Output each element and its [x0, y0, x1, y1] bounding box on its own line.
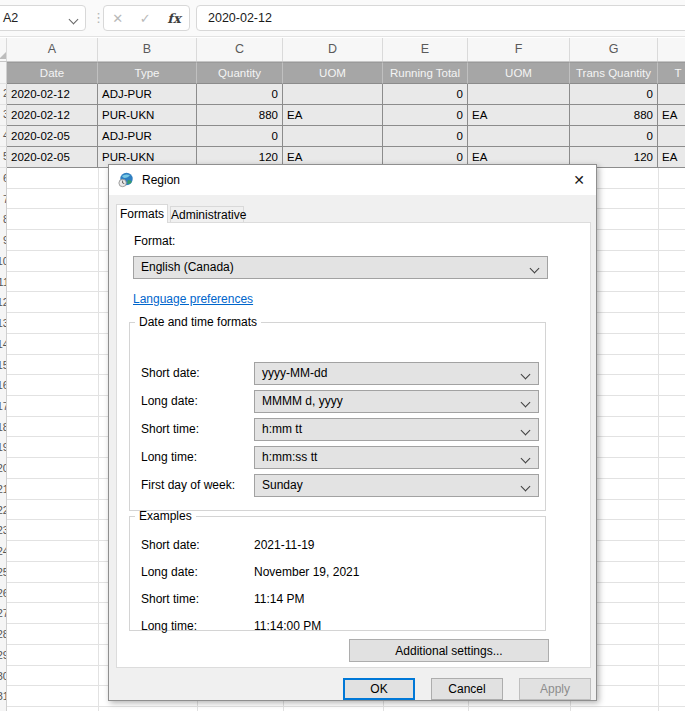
row-number[interactable]: 22 [0, 504, 7, 516]
row-number[interactable]: 9 [0, 234, 7, 246]
row-number[interactable]: 14 [0, 338, 7, 350]
cell[interactable]: 2020-02-05 [7, 147, 98, 168]
row-number[interactable]: 13 [0, 317, 7, 329]
empty-row-headers: 6789101112131415161718192021222324252627… [0, 168, 7, 711]
row-header-2[interactable]: 2 [0, 84, 7, 105]
tab-formats[interactable]: Formats [116, 204, 168, 223]
row-number[interactable]: 11 [0, 276, 7, 288]
cell[interactable]: 2020-02-12 [7, 105, 98, 126]
row-number[interactable]: 20 [0, 462, 7, 474]
cell[interactable]: 880 [570, 105, 658, 126]
row-number[interactable]: 21 [0, 483, 7, 495]
column-header-b[interactable]: B [98, 38, 197, 62]
header-cell[interactable]: Quantity [197, 62, 283, 84]
cell[interactable] [658, 126, 685, 147]
cancel-entry-icon[interactable]: ✕ [112, 11, 123, 26]
cell[interactable] [468, 126, 570, 147]
ok-button[interactable]: OK [343, 678, 415, 700]
row-number[interactable]: 30 [0, 670, 7, 682]
row-number[interactable]: 6 [0, 172, 7, 184]
apply-button[interactable]: Apply [519, 678, 591, 700]
insert-function-icon[interactable]: fx [167, 11, 180, 26]
format-select[interactable]: English (Canada) [133, 256, 548, 279]
formula-input[interactable]: 2020-02-12 [196, 5, 685, 31]
additional-settings-button[interactable]: Additional settings... [349, 639, 549, 662]
column-header-a[interactable]: A [7, 38, 98, 62]
cell[interactable]: 0 [383, 84, 468, 105]
cell[interactable] [468, 84, 570, 105]
name-box[interactable]: A2 [0, 5, 86, 31]
row-number[interactable]: 16 [0, 379, 7, 391]
first-day-of-week-select[interactable]: Sunday [254, 474, 539, 497]
cell[interactable]: 0 [383, 126, 468, 147]
cell[interactable]: ADJ-PUR [98, 126, 197, 147]
column-header-f[interactable]: F [468, 38, 570, 62]
row-number[interactable]: 27 [0, 607, 7, 619]
row-header-5[interactable]: 5 [0, 147, 7, 168]
dialog-titlebar[interactable]: Region ✕ [109, 165, 596, 195]
row-number[interactable]: 26 [0, 587, 7, 599]
cell[interactable] [658, 84, 685, 105]
cell[interactable]: EA [283, 105, 383, 126]
row-number: 3 [0, 108, 7, 120]
tab-administrative[interactable]: Administrative [170, 206, 244, 222]
table-row: 3 2020-02-12 PUR-UKN 880 EA 0 EA 880 EA [0, 105, 685, 126]
row-number[interactable]: 10 [0, 255, 7, 267]
cell[interactable] [283, 84, 383, 105]
row-number[interactable]: 31 [0, 690, 7, 702]
row-number[interactable]: 15 [0, 359, 7, 371]
cell[interactable]: 880 [197, 105, 283, 126]
header-cell[interactable]: Trans Quantity [570, 62, 658, 84]
row-number: 5 [0, 150, 7, 162]
row-number[interactable]: 17 [0, 400, 7, 412]
close-icon[interactable]: ✕ [562, 165, 596, 195]
cell[interactable]: 0 [570, 126, 658, 147]
cell[interactable]: 0 [570, 84, 658, 105]
select-all-corner[interactable] [0, 38, 7, 62]
cell[interactable]: EA [468, 105, 570, 126]
row-header-1[interactable] [0, 62, 7, 84]
cell[interactable] [283, 126, 383, 147]
cell[interactable]: PUR-UKN [98, 105, 197, 126]
cell[interactable]: 2020-02-05 [7, 126, 98, 147]
example-long-time-value: 11:14:00 PM [254, 619, 321, 633]
chevron-down-icon[interactable] [69, 15, 79, 25]
row-number[interactable]: 28 [0, 628, 7, 640]
cell[interactable]: 2020-02-12 [7, 84, 98, 105]
cell[interactable]: 0 [197, 84, 283, 105]
row-number[interactable]: 12 [0, 296, 7, 308]
header-cell[interactable]: T [658, 62, 685, 84]
short-date-select[interactable]: yyyy-MM-dd [254, 362, 539, 385]
row-number[interactable]: 8 [0, 213, 7, 225]
header-cell[interactable]: UOM [468, 62, 570, 84]
column-header-e[interactable]: E [383, 38, 468, 62]
long-date-select[interactable]: MMMM d, yyyy [254, 390, 539, 413]
cell[interactable]: EA [658, 147, 685, 168]
row-header-3[interactable]: 3 [0, 105, 7, 126]
cell[interactable]: ADJ-PUR [98, 84, 197, 105]
column-header-c[interactable]: C [197, 38, 283, 62]
language-preferences-link[interactable]: Language preferences [133, 292, 253, 306]
column-header-d[interactable]: D [283, 38, 383, 62]
header-cell[interactable]: Type [98, 62, 197, 84]
row-number[interactable]: 23 [0, 524, 7, 536]
short-time-select[interactable]: h:mm tt [254, 418, 539, 441]
row-number[interactable]: 18 [0, 421, 7, 433]
header-cell[interactable]: Running Total [383, 62, 468, 84]
column-header-g[interactable]: G [570, 38, 658, 62]
row-number[interactable]: 7 [0, 193, 7, 205]
cell[interactable]: 0 [197, 126, 283, 147]
row-number[interactable]: 29 [0, 649, 7, 661]
row-header-4[interactable]: 4 [0, 126, 7, 147]
cancel-button[interactable]: Cancel [431, 678, 503, 700]
long-time-select[interactable]: h:mm:ss tt [254, 446, 539, 469]
header-cell[interactable]: Date [7, 62, 98, 84]
row-number[interactable]: 24 [0, 545, 7, 557]
header-cell[interactable]: UOM [283, 62, 383, 84]
confirm-entry-icon[interactable]: ✓ [140, 11, 151, 26]
cell[interactable]: 0 [383, 105, 468, 126]
row-number[interactable]: 19 [0, 441, 7, 453]
cell[interactable]: EA [658, 105, 685, 126]
row-number[interactable]: 25 [0, 566, 7, 578]
group-title: Examples [135, 509, 196, 523]
